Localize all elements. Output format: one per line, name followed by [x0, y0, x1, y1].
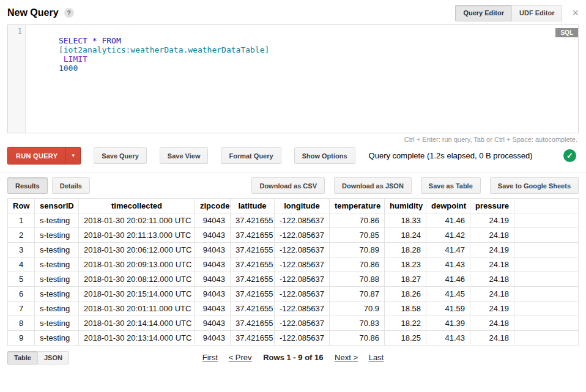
- help-icon[interactable]: ?: [64, 8, 74, 18]
- page-title: New Query: [7, 7, 59, 18]
- table-cell: -122.085637: [275, 213, 330, 228]
- results-toolbar: Results Details Download as CSV Download…: [0, 172, 586, 198]
- run-query-dropdown[interactable]: ▼: [65, 147, 80, 164]
- format-query-button[interactable]: Format Query: [221, 147, 281, 164]
- table-cell: 3: [8, 243, 35, 257]
- table-cell: 24.19: [470, 213, 514, 228]
- download-csv-button[interactable]: Download as CSV: [251, 177, 325, 194]
- table-cell: 41.43: [426, 257, 470, 272]
- sql-code-input[interactable]: SELECT * FROM [iot2analytics:weatherData…: [26, 25, 578, 133]
- table-cell: -122.085637: [275, 287, 330, 301]
- save-view-button[interactable]: Save View: [160, 147, 209, 164]
- table-cell: -122.085637: [275, 257, 330, 272]
- table-cell: 9: [8, 331, 35, 346]
- table-cell: 70.89: [330, 243, 385, 257]
- editor-gutter: 1: [8, 25, 26, 133]
- table-cell: 2018-01-30 20:06:12.000 UTC: [79, 243, 195, 257]
- pagination-last-link[interactable]: Last: [369, 353, 384, 362]
- column-header: zipcode: [195, 199, 231, 213]
- column-header-filler: [514, 199, 579, 213]
- close-icon[interactable]: ×: [572, 7, 579, 18]
- sql-token-limit: LIMIT: [59, 54, 92, 64]
- sql-badge: SQL: [555, 28, 578, 37]
- table-cell: s-testing: [35, 331, 79, 346]
- table-cell: 24.19: [470, 301, 514, 316]
- column-header: Row: [8, 199, 35, 213]
- table-cell: 41.45: [426, 287, 470, 301]
- caret-down-icon: ▼: [71, 153, 76, 158]
- pagination-info: Rows 1 - 9 of 16: [263, 353, 323, 362]
- table-cell: 5: [8, 272, 35, 287]
- run-query-button[interactable]: RUN QUERY: [8, 147, 65, 164]
- table-cell: 18.23: [385, 257, 426, 272]
- query-editor-button[interactable]: Query Editor: [455, 5, 512, 21]
- table-cell: 94043: [195, 316, 231, 331]
- table-row: 8s-testing2018-01-30 20:14:14.000 UTC940…: [8, 316, 579, 331]
- table-cell: 37.421655: [231, 213, 275, 228]
- save-as-table-button[interactable]: Save as Table: [421, 177, 481, 194]
- table-cell-filler: [514, 257, 579, 272]
- column-header: dewpoint: [426, 199, 470, 213]
- table-cell: 24.18: [470, 228, 514, 243]
- table-cell-filler: [514, 301, 579, 316]
- save-query-button[interactable]: Save Query: [94, 147, 147, 164]
- table-cell: 37.421655: [231, 316, 275, 331]
- table-row: 9s-testing2018-01-30 20:13:14.000 UTC940…: [8, 331, 579, 346]
- column-header: sensorID: [35, 199, 79, 213]
- table-cell-filler: [514, 228, 579, 243]
- table-row: 6s-testing2018-01-30 20:15:14.000 UTC940…: [8, 287, 579, 301]
- table-cell: 41.47: [426, 243, 470, 257]
- table-cell: 37.421655: [231, 331, 275, 346]
- table-cell: 70.88: [330, 272, 385, 287]
- table-cell: 70.86: [330, 257, 385, 272]
- table-cell: 94043: [195, 213, 231, 228]
- pagination-prev-link[interactable]: < Prev: [229, 353, 252, 362]
- column-header: temperature: [330, 199, 385, 213]
- results-tabs: Results Details: [7, 177, 90, 194]
- download-json-button[interactable]: Download as JSON: [334, 177, 412, 194]
- table-cell: -122.085637: [275, 243, 330, 257]
- table-cell: s-testing: [35, 228, 79, 243]
- save-to-sheets-button[interactable]: Save to Google Sheets: [490, 177, 579, 194]
- tab-results[interactable]: Results: [7, 177, 48, 194]
- table-cell: 37.421655: [231, 228, 275, 243]
- table-cell: 18.26: [385, 287, 426, 301]
- table-row: 1s-testing2018-01-30 20:02:11.000 UTC940…: [8, 213, 579, 228]
- table-view-button[interactable]: Table: [7, 351, 38, 364]
- table-cell: 94043: [195, 272, 231, 287]
- sql-token-number: 1000: [59, 64, 78, 73]
- show-options-button[interactable]: Show Options: [294, 147, 355, 164]
- sql-code-line: SELECT * FROM [iot2analytics:weatherData…: [30, 27, 574, 82]
- pagination-next-link[interactable]: Next >: [335, 353, 358, 362]
- success-check-icon: ✓: [563, 149, 576, 162]
- table-cell: 18.22: [385, 316, 426, 331]
- table-cell: 2018-01-30 20:14:14.000 UTC: [79, 316, 195, 331]
- table-cell: 2018-01-30 20:13:14.000 UTC: [79, 331, 195, 346]
- query-status-text: Query complete (1.2s elapsed, 0 B proces…: [369, 151, 533, 160]
- table-cell-filler: [514, 316, 579, 331]
- table-cell: -122.085637: [275, 316, 330, 331]
- table-cell: 37.421655: [231, 243, 275, 257]
- table-cell: 24.18: [470, 257, 514, 272]
- udf-editor-button[interactable]: UDF Editor: [511, 5, 562, 21]
- table-cell: 70.86: [330, 213, 385, 228]
- table-cell: 2018-01-30 20:11:13.000 UTC: [79, 228, 195, 243]
- table-cell: 70.87: [330, 287, 385, 301]
- table-cell: -122.085637: [275, 228, 330, 243]
- table-header-row: RowsensorIDtimecollectedzipcodelatitudel…: [8, 199, 579, 213]
- table-cell: 18.24: [385, 228, 426, 243]
- tab-details[interactable]: Details: [52, 177, 90, 194]
- table-row: 2s-testing2018-01-30 20:11:13.000 UTC940…: [8, 228, 579, 243]
- results-table: RowsensorIDtimecollectedzipcodelatitudel…: [7, 198, 579, 346]
- column-header: pressure: [470, 199, 514, 213]
- column-header: latitude: [231, 199, 275, 213]
- table-cell: s-testing: [35, 213, 79, 228]
- table-cell-filler: [514, 213, 579, 228]
- table-cell: 18.27: [385, 272, 426, 287]
- table-cell: 18.58: [385, 301, 426, 316]
- pagination-first-link[interactable]: First: [202, 353, 218, 362]
- table-cell: 2: [8, 228, 35, 243]
- json-view-button[interactable]: JSON: [37, 351, 69, 364]
- table-cell: 41.59: [426, 301, 470, 316]
- table-cell: 7: [8, 301, 35, 316]
